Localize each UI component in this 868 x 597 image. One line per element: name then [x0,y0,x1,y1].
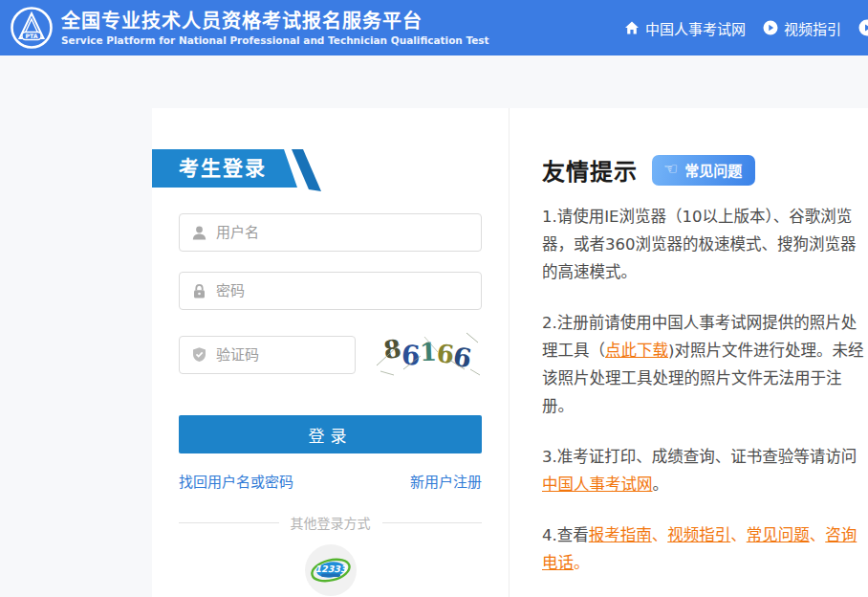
password-input[interactable] [216,282,469,299]
svg-text:12333: 12333 [315,564,347,574]
other-login-divider: 其他登录方式 [179,513,482,532]
captcha-field[interactable] [179,336,356,374]
faq-button[interactable]: ☜ 常见问题 [652,155,755,186]
register-link[interactable]: 新用户注册 [410,471,482,491]
tip-text: 。 [574,554,590,572]
alt-login-methods: 12333 [179,544,482,596]
forgot-credentials-link[interactable]: 找回用户名或密码 [179,471,293,491]
captcha-image[interactable]: 86166 [375,327,482,379]
tip-inline-link[interactable]: 常见问题 [747,526,810,544]
header-titles: 全国专业技术人员资格考试报名服务平台 Service Platform for … [61,9,489,48]
tips-panel: 友情提示 ☜ 常见问题 1.请使用IE浏览器（10以上版本）、谷歌浏览器，或者3… [510,108,868,597]
tip-inline-link[interactable]: 点此下载 [605,342,668,360]
page-title: 全国专业技术人员资格考试报名服务平台 [61,9,489,33]
tip-inline-link[interactable]: 报考指南 [589,526,652,544]
login-panel: 考生登录 [152,108,510,597]
tip-item: 3.准考证打印、成绩查询、证书查验等请访问中国人事考试网。 [542,443,868,498]
login-form: 86166 登录 找回用户名或密码 [152,213,509,597]
tip-inline-link[interactable]: 视频指引 [667,526,730,544]
faq-button-label: 常见问题 [684,160,742,180]
tips-header: 友情提示 ☜ 常见问题 [542,153,868,187]
tips-title: 友情提示 [542,153,638,187]
cpta-logo-icon: PTA [10,6,54,50]
tip-text: 1.请使用IE浏览器（10以上版本）、谷歌浏览器，或者360浏览器的极速模式、搜… [542,208,857,281]
username-input[interactable] [216,224,469,241]
login-button[interactable]: 登录 [179,415,482,453]
header-nav: 中国人事考试网 视频指引 [624,18,868,38]
tip-item: 2.注册前请使用中国人事考试网提供的照片处理工具（点此下载)对照片文件进行处理。… [542,309,868,420]
play-icon [763,20,778,35]
shield-check-icon [191,346,207,363]
header-branding: PTA 全国专业技术人员资格考试报名服务平台 Service Platform … [10,6,489,50]
captcha-input[interactable] [216,346,343,364]
nav-link-video-guide[interactable]: 视频指引 [763,18,841,38]
lock-icon [191,283,207,299]
tip-text: 3.准考证打印、成绩查询、证书查验等请访问 [542,448,857,466]
nav-link-label: 视频指引 [784,18,841,38]
pointing-hand-icon: ☜ [663,161,678,177]
page-subtitle: Service Platform for National Profession… [61,33,489,48]
logo-12333-icon: 12333 [310,556,352,585]
login-panel-title: 考生登录 [179,149,267,188]
nav-link-cpta-site[interactable]: 中国人事考试网 [624,18,746,38]
app-header: PTA 全国专业技术人员资格考试报名服务平台 Service Platform … [0,0,868,55]
captcha-noise-lines [375,327,482,379]
tip-item: 4.查看报考指南、视频指引、常见问题、咨询电话。 [542,521,868,577]
page: PTA 全国专业技术人员资格考试报名服务平台 Service Platform … [0,0,868,597]
username-field[interactable] [179,213,482,252]
home-icon [624,20,640,35]
tip-text: 、 [730,526,747,544]
tip-text: 4.查看 [542,526,589,544]
tip-text: 、 [652,526,668,544]
svg-text:PTA: PTA [25,33,37,39]
tips-list: 1.请使用IE浏览器（10以上版本）、谷歌浏览器，或者360浏览器的极速模式、搜… [542,203,868,577]
main-card: 考生登录 [152,108,868,597]
renshe-12333-login-button[interactable]: 12333 [305,544,357,596]
tip-text: 。 [653,475,669,494]
tip-inline-link[interactable]: 中国人事考试网 [542,475,653,494]
tip-item: 1.请使用IE浏览器（10以上版本）、谷歌浏览器，或者360浏览器的极速模式、搜… [542,203,868,286]
captcha-row: 86166 [179,310,482,379]
tip-text: 、 [810,526,826,544]
password-field[interactable] [179,272,482,310]
play-icon-partial[interactable] [858,19,868,36]
login-panel-ribbon: 考生登录 [152,149,322,193]
nav-link-label: 中国人事考试网 [645,18,746,38]
other-login-label: 其他登录方式 [291,513,371,532]
account-links: 找回用户名或密码 新用户注册 [179,471,482,491]
user-icon [191,225,207,241]
